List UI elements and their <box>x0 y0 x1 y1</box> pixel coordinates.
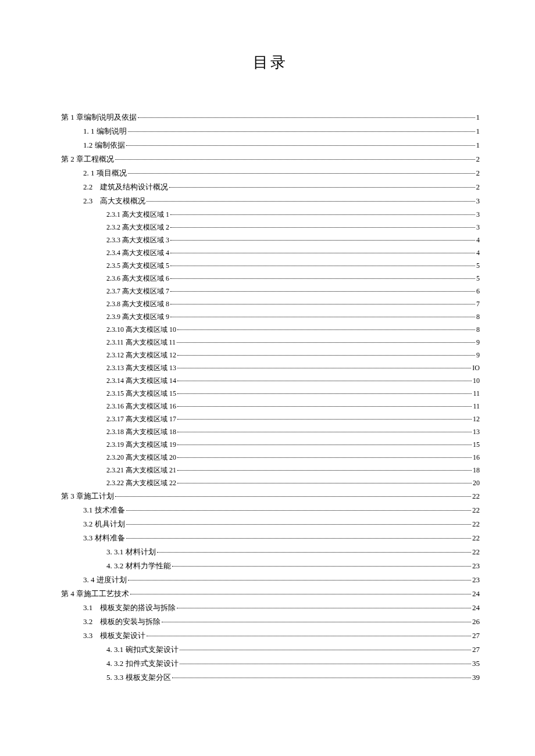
toc-entry: 第 4 章施工工艺技术24 <box>61 590 480 597</box>
toc-entry-label: 2.3.7 高大支模区域 7 <box>106 288 169 295</box>
toc-entry-page: 39 <box>472 673 480 681</box>
toc-entry-label: 第 2 章工程概况 <box>61 155 114 163</box>
toc-entry: 2.3.15 高大支模区域 1511 <box>61 390 480 397</box>
document-page: 目录 第 1 章编制说明及依据11. 1 编制说明11.2 编制依据1第 2 章… <box>0 0 535 722</box>
toc-leader <box>157 552 472 553</box>
toc-entry: 2.3 高大支模概况3 <box>61 197 480 205</box>
toc-entry-label: 3.3 模板支架设计 <box>83 632 145 639</box>
toc-entry-page: 22 <box>472 506 480 514</box>
toc-entry-page: 18 <box>473 467 480 474</box>
toc-leader <box>115 159 475 160</box>
toc-entry-label: 3.2 模板的安装与拆除 <box>83 618 160 625</box>
toc-entry-label: 2.3.21 高大支模区域 21 <box>106 467 176 474</box>
toc-entry-page: 9 <box>476 339 480 346</box>
toc-leader <box>177 368 471 368</box>
toc-entry-page: 16 <box>473 454 480 461</box>
toc-entry: 2.3.7 高大支模区域 76 <box>61 288 480 295</box>
toc-entry-page: IO <box>472 364 480 371</box>
toc-leader <box>172 566 472 567</box>
toc-entry: 3.3 材料准备22 <box>61 534 480 542</box>
toc-leader <box>172 678 472 678</box>
toc-entry-page: 27 <box>472 632 480 639</box>
toc-entry-label: 3. 4 进度计划 <box>83 576 127 583</box>
toc-entry: 3.2 机具计划22 <box>61 520 480 528</box>
toc-entry-page: 8 <box>476 326 480 333</box>
toc-entry-label: 2.3.5 高大支模区域 5 <box>106 262 169 269</box>
toc-entry-label: 2.3.11 高大支模区域 11 <box>106 339 176 346</box>
toc-leader <box>126 524 472 525</box>
toc-entry: 2.3.22 高大支模区域 2220 <box>61 479 480 486</box>
toc-entry: 2.3.12 高大支模区域 129 <box>61 352 480 359</box>
toc-leader <box>170 278 475 279</box>
toc-entry-page: 22 <box>472 520 480 528</box>
toc-leader <box>162 622 471 622</box>
toc-entry: 2.3.9 高大支模区域 98 <box>61 313 480 320</box>
toc-entry-label: 2.3.10 高大支模区域 10 <box>106 326 176 333</box>
toc-leader <box>177 381 472 381</box>
toc-entry-page: 5 <box>476 262 480 269</box>
toc-entry-label: 2.3.14 高大支模区域 14 <box>106 377 176 384</box>
toc-entry-label: 2.3.2 高大支模区域 2 <box>106 224 169 231</box>
toc-entry-label: 2.3.22 高大支模区域 22 <box>106 479 176 486</box>
toc-entry: 2.3.10 高大支模区域 108 <box>61 326 480 333</box>
toc-entry-page: 1 <box>476 127 480 135</box>
toc-entry-label: 2.3.16 高大支模区域 16 <box>106 403 176 410</box>
toc-entry-label: 4. 3.2 材料力学性能 <box>106 562 171 569</box>
toc-leader <box>177 393 472 394</box>
toc-title: 目录 <box>61 52 480 73</box>
toc-leader <box>169 187 475 188</box>
toc-leader <box>177 419 472 420</box>
toc-entry-label: 2.3.4 高大支模区域 4 <box>106 249 169 256</box>
toc-entry: 1. 1 编制说明1 <box>61 127 480 135</box>
toc-entry: 2.3.17 高大支模区域 1712 <box>61 415 480 422</box>
toc-entry: 3.3 模板支架设计27 <box>61 632 480 639</box>
toc-entry: 3. 4 进度计划23 <box>61 576 480 583</box>
toc-entry-page: 26 <box>472 618 480 625</box>
toc-entry-page: 9 <box>476 352 480 359</box>
toc-entry-page: 3 <box>476 224 480 231</box>
toc-leader <box>177 470 472 471</box>
toc-entry-page: 24 <box>472 590 480 597</box>
toc-entry: 2.3.20 高大支模区域 2016 <box>61 454 480 461</box>
toc-entry-label: 3.3 材料准备 <box>83 534 125 542</box>
toc-leader <box>177 432 472 432</box>
toc-leader <box>177 355 475 356</box>
toc-entry-label: 2.3 高大支模概况 <box>83 197 145 205</box>
toc-entry-page: 8 <box>476 313 480 320</box>
toc-leader <box>177 445 472 445</box>
toc-container: 第 1 章编制说明及依据11. 1 编制说明11.2 编制依据1第 2 章工程概… <box>61 113 480 681</box>
toc-entry-label: 4. 3.2 扣件式支架设计 <box>106 660 179 667</box>
toc-entry-page: 35 <box>472 660 480 667</box>
toc-entry-label: 2.3.1 高大支模区域 1 <box>106 211 169 218</box>
toc-entry: 3. 3.1 材料计划22 <box>61 548 480 556</box>
toc-entry-page: 4 <box>476 249 480 256</box>
toc-leader <box>177 406 472 407</box>
toc-entry-page: 22 <box>472 548 480 556</box>
toc-leader <box>170 317 475 317</box>
toc-entry-label: 第 4 章施工工艺技术 <box>61 590 129 597</box>
toc-leader <box>170 266 475 266</box>
toc-entry-label: 3.1 模板支架的搭设与拆除 <box>83 604 176 611</box>
toc-entry-label: 3.1 技术准备 <box>83 506 125 514</box>
toc-entry-label: 2.3.12 高大支模区域 12 <box>106 352 176 359</box>
toc-entry-label: 2.3.8 高大支模区域 8 <box>106 300 169 307</box>
toc-entry-page: 15 <box>473 441 480 448</box>
toc-leader <box>177 342 475 343</box>
toc-leader <box>138 117 475 118</box>
toc-entry: 第 1 章编制说明及依据1 <box>61 113 480 121</box>
toc-entry-page: 3 <box>476 197 480 205</box>
toc-leader <box>177 329 475 330</box>
toc-entry-page: 20 <box>473 479 480 486</box>
toc-entry-label: 2.3.20 高大支模区域 20 <box>106 454 176 461</box>
toc-leader <box>128 580 471 581</box>
toc-entry: 3.2 模板的安装与拆除26 <box>61 618 480 625</box>
toc-entry-label: 4. 3.1 碗扣式支架设计 <box>106 646 179 653</box>
toc-leader <box>177 608 471 608</box>
toc-entry-page: 22 <box>472 492 480 500</box>
toc-leader <box>170 227 475 228</box>
toc-entry-page: 22 <box>472 534 480 542</box>
toc-entry-page: 3 <box>476 211 480 218</box>
toc-leader <box>177 483 472 483</box>
toc-entry: 2.3.16 高大支模区域 1611 <box>61 403 480 410</box>
toc-entry-page: 1 <box>476 113 480 121</box>
